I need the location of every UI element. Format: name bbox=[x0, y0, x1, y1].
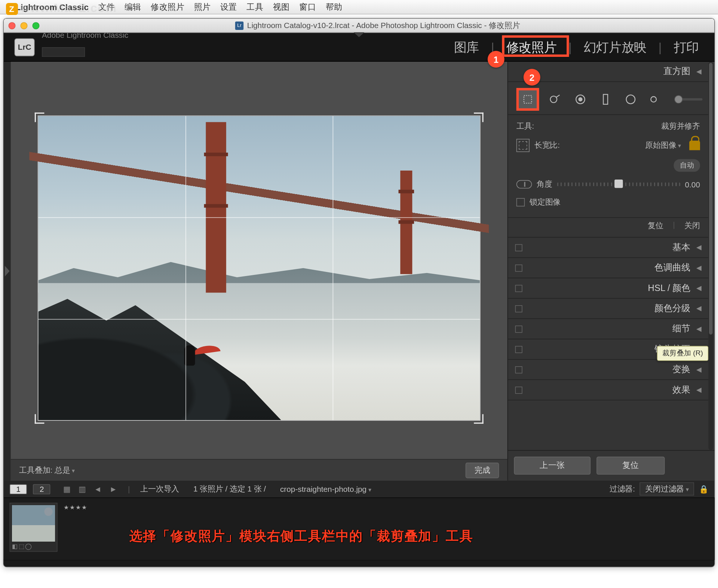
collapse-icon: ◀ bbox=[696, 244, 701, 251]
window-minimize-button[interactable] bbox=[20, 22, 27, 29]
panel-toggle-switch[interactable] bbox=[515, 386, 522, 393]
panel-toggle-switch[interactable] bbox=[515, 366, 522, 373]
filter-lock-icon[interactable]: 🔒 bbox=[699, 484, 709, 493]
image-canvas[interactable] bbox=[11, 62, 507, 459]
aspect-tool-icon[interactable] bbox=[516, 139, 530, 152]
left-panel-toggle[interactable] bbox=[4, 62, 11, 481]
menu-view[interactable]: 视图 bbox=[273, 1, 290, 12]
crop-tool-button[interactable] bbox=[516, 88, 539, 111]
window-close-button[interactable] bbox=[8, 22, 15, 29]
prev-photo-button[interactable]: 上一张 bbox=[514, 457, 590, 475]
panel-transform-header[interactable]: 变换◀ bbox=[508, 360, 708, 380]
angle-value: 0.00 bbox=[685, 180, 700, 189]
panel-colorgrading-header[interactable]: 颜色分级◀ bbox=[508, 298, 708, 318]
nav-next-icon[interactable]: ► bbox=[108, 484, 119, 494]
menu-edit[interactable]: 编辑 bbox=[125, 1, 141, 12]
panel-toggle-switch[interactable] bbox=[515, 264, 522, 271]
filmstrip-breadcrumb: 1 2 ▦ ▥ ◄ ► | 上一次导入 1 张照片 / 选定 1 张 / cro… bbox=[4, 481, 715, 497]
crop-close-button[interactable]: 关闭 bbox=[684, 220, 700, 231]
aspect-lock-icon[interactable] bbox=[689, 141, 700, 150]
canvas-toolbar: 工具叠加: 总是 完成 bbox=[11, 459, 507, 481]
panel-tonecurve-header[interactable]: 色调曲线◀ bbox=[508, 258, 708, 278]
panel-hsl-header[interactable]: HSL / 颜色◀ bbox=[508, 278, 708, 298]
tool-overlay-dropdown[interactable]: 总是 bbox=[55, 465, 75, 475]
module-develop[interactable]: 修改照片 bbox=[501, 37, 561, 56]
spot-tool-button[interactable] bbox=[546, 91, 564, 108]
breadcrumb-source[interactable]: 上一次导入 bbox=[140, 484, 179, 494]
filter-dropdown[interactable]: 关闭过滤器 bbox=[640, 483, 694, 496]
panel-toggle-switch[interactable] bbox=[515, 305, 522, 312]
grid-view-icon[interactable]: ▦ bbox=[61, 484, 72, 494]
breadcrumb-count: 1 张照片 / 选定 1 张 / bbox=[193, 484, 266, 494]
redeye-tool-button[interactable] bbox=[571, 91, 589, 108]
panel-label: 效果 bbox=[672, 384, 690, 395]
panel-effects-header[interactable]: 效果◀ bbox=[508, 380, 708, 400]
brush-tool-button[interactable] bbox=[647, 91, 665, 108]
crop-grid-line bbox=[185, 116, 186, 420]
crop-handle-br[interactable] bbox=[474, 414, 484, 424]
lock-image-checkbox[interactable] bbox=[516, 198, 525, 206]
crop-actions: 复位 | 关闭 bbox=[508, 218, 708, 238]
thumb-rating[interactable]: ★★★★ bbox=[64, 504, 88, 511]
brush-size-slider[interactable] bbox=[674, 98, 702, 100]
brand-name: Adobe Lightroom Classic bbox=[42, 31, 128, 40]
menu-develop[interactable]: 修改照片 bbox=[151, 1, 184, 12]
menu-window[interactable]: 窗口 bbox=[299, 1, 316, 12]
panel-toggle-switch[interactable] bbox=[515, 285, 522, 292]
right-panel-scrollbar[interactable] bbox=[708, 62, 713, 450]
redeye-icon bbox=[574, 93, 587, 106]
crop-reset-button[interactable]: 复位 bbox=[648, 220, 663, 231]
develop-toolstrip: 2 bbox=[508, 82, 708, 115]
collapse-icon: ◀ bbox=[696, 284, 701, 292]
crop-handle-tr[interactable] bbox=[474, 113, 484, 122]
done-button[interactable]: 完成 bbox=[466, 462, 499, 478]
panel-label: 细节 bbox=[672, 323, 690, 334]
menu-tools[interactable]: 工具 bbox=[246, 1, 263, 12]
panel-label: 变换 bbox=[672, 364, 690, 375]
radial-tool-button[interactable] bbox=[622, 91, 639, 108]
module-tabs: 图库| 修改照片| 幻灯片放映| 打印 bbox=[449, 37, 704, 56]
progress-bar bbox=[42, 47, 85, 57]
filmstrip[interactable]: 1 ◧⬚◯ ★★★★ 选择「修改照片」模块右侧工具栏中的「裁剪叠加」工具 bbox=[4, 497, 715, 560]
filmstrip-scrollbar[interactable] bbox=[4, 560, 715, 567]
nav-prev-icon[interactable]: ◄ bbox=[92, 484, 103, 494]
reset-photo-button[interactable]: 复位 bbox=[596, 457, 665, 475]
svg-rect-0 bbox=[524, 95, 532, 103]
panel-toggle-switch[interactable] bbox=[515, 325, 522, 333]
crop-handle-bl[interactable] bbox=[35, 414, 45, 424]
svg-rect-4 bbox=[603, 94, 608, 104]
window-zoom-button[interactable] bbox=[32, 22, 39, 29]
crop-handle-tl[interactable] bbox=[35, 113, 45, 122]
svg-point-5 bbox=[626, 95, 635, 104]
menu-help[interactable]: 帮助 bbox=[326, 1, 343, 12]
app-menu[interactable]: Lightroom Classic bbox=[16, 2, 89, 12]
module-slideshow[interactable]: 幻灯片放映 bbox=[579, 37, 651, 56]
module-print[interactable]: 打印 bbox=[669, 37, 704, 56]
second-window-button-1[interactable]: 1 bbox=[10, 484, 27, 494]
collapse-icon: ◀ bbox=[696, 68, 701, 76]
second-window-button-2[interactable]: 2 bbox=[33, 484, 50, 494]
breadcrumb-filename[interactable]: crop-straighten-photo.jpg bbox=[280, 484, 371, 493]
tool-overlay-label: 工具叠加: bbox=[19, 465, 52, 475]
panel-basic-header[interactable]: 基本◀ bbox=[508, 238, 708, 257]
loupe-view-icon[interactable]: ▥ bbox=[77, 484, 88, 494]
top-panel-toggle[interactable] bbox=[354, 32, 365, 37]
menu-settings[interactable]: 设置 bbox=[220, 1, 237, 12]
module-library[interactable]: 图库 bbox=[449, 37, 484, 56]
filmstrip-thumb[interactable]: 1 ◧⬚◯ bbox=[10, 503, 58, 552]
level-icon[interactable] bbox=[516, 180, 532, 189]
collapse-icon: ◀ bbox=[696, 386, 701, 394]
tool-label: 工具: bbox=[516, 121, 534, 132]
angle-slider[interactable] bbox=[557, 183, 680, 186]
panel-toggle-switch[interactable] bbox=[515, 244, 522, 251]
panel-detail-header[interactable]: 细节◀ bbox=[508, 319, 708, 339]
panel-histogram-header[interactable]: 直方图 ◀ bbox=[508, 62, 708, 82]
angle-auto-button[interactable]: 自动 bbox=[674, 159, 700, 172]
aspect-dropdown[interactable]: 原始图像 bbox=[645, 140, 681, 151]
menu-file[interactable]: 文件 bbox=[98, 1, 115, 12]
menu-photo[interactable]: 照片 bbox=[194, 1, 211, 12]
gradient-tool-button[interactable] bbox=[596, 91, 614, 108]
crop-tool-tooltip: 裁剪叠加 (R) bbox=[657, 346, 709, 361]
crop-overlay[interactable] bbox=[38, 116, 481, 421]
panel-toggle-switch[interactable] bbox=[515, 346, 522, 353]
